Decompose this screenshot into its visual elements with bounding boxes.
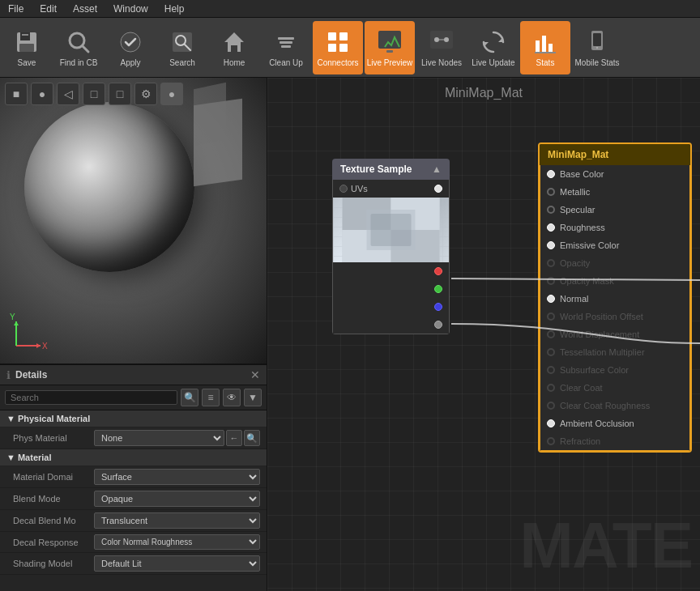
- menu-file[interactable]: File: [0, 2, 32, 16]
- decal-blend-mode-dropdown[interactable]: Translucent: [94, 512, 260, 529]
- viewport-icon-row: ■ ● ◁ □ □ ⚙ ●: [5, 83, 183, 105]
- toolbar-connectors-button[interactable]: Connectors: [313, 21, 363, 74]
- vp-icon-2[interactable]: ●: [31, 83, 53, 105]
- live-nodes-icon: [427, 28, 456, 57]
- toolbar-mobile-stats-button[interactable]: Mobile Stats: [572, 21, 622, 74]
- details-search-input[interactable]: [5, 390, 177, 405]
- search-list-button[interactable]: ≡: [202, 389, 220, 406]
- details-title: Details: [15, 369, 47, 381]
- viewport[interactable]: X Y ■ ● ◁ □ □ ⚙ ●: [0, 78, 267, 364]
- minimap-mat-node[interactable]: MiniMap_Mat Base Color Metallic Specular: [538, 142, 692, 453]
- material-domain-dropdown[interactable]: Surface: [94, 469, 260, 485]
- toolbar-live-nodes-button[interactable]: Live Nodes: [416, 21, 467, 74]
- emissive-color-row: Emissive Color: [540, 236, 689, 254]
- search-options-button[interactable]: ▼: [244, 389, 262, 406]
- svg-rect-31: [593, 33, 601, 46]
- menu-edit[interactable]: Edit: [32, 2, 65, 16]
- main-area: X Y ■ ● ◁ □ □ ⚙ ● ℹ: [0, 78, 700, 591]
- clean-up-icon: [271, 28, 301, 57]
- vp-icon-4[interactable]: □: [83, 83, 105, 105]
- find-in-cb-icon: [64, 28, 93, 57]
- toolbar-save-button[interactable]: Save: [2, 21, 52, 74]
- svg-rect-1: [20, 32, 30, 40]
- toolbar-search-button[interactable]: Search: [157, 21, 207, 74]
- clean-up-label: Clean Up: [269, 58, 303, 68]
- texture-sample-header: Texture Sample ▲: [332, 159, 450, 180]
- connectors-label: Connectors: [317, 58, 358, 68]
- toolbar-live-update-button[interactable]: Live Update: [468, 21, 519, 74]
- material-section-header[interactable]: ▼ Material: [0, 449, 267, 466]
- vp-icon-7[interactable]: ●: [160, 83, 183, 105]
- material-sphere-preview: [24, 102, 194, 272]
- blend-mode-dropdown[interactable]: Opaque: [94, 491, 260, 507]
- decal-response-row: Decal Response Color Normal Roughness: [0, 532, 267, 553]
- toolbar-apply-button[interactable]: Apply: [105, 21, 156, 74]
- shading-model-dropdown[interactable]: Default Lit: [94, 555, 260, 572]
- base-color-label: Base Color: [560, 169, 683, 179]
- uvs-pin: [339, 185, 348, 193]
- cube-bg-2: [194, 83, 226, 147]
- physical-material-section-header[interactable]: ▼ Physical Material: [0, 410, 267, 427]
- a-pin-row: [333, 316, 449, 334]
- phys-material-search-btn[interactable]: 🔍: [244, 430, 260, 446]
- toolbar-clean-up-button[interactable]: Clean Up: [261, 21, 311, 74]
- roughness-row: Roughness: [540, 219, 689, 236]
- opacity-pin: [547, 259, 555, 267]
- g-out-pin: [434, 285, 442, 293]
- svg-rect-11: [278, 37, 294, 40]
- texture-sample-node[interactable]: Texture Sample ▲ UVs: [332, 159, 450, 334]
- refraction-row: Refraction: [540, 432, 689, 450]
- b-out-pin: [434, 303, 442, 311]
- svg-rect-28: [548, 44, 553, 52]
- menu-window[interactable]: Window: [105, 2, 156, 16]
- toolbar-find-in-cb-button[interactable]: Find in CB: [53, 21, 104, 74]
- phys-material-row: Phys Material None ← 🔍: [0, 427, 267, 449]
- search-eye-button[interactable]: 👁: [223, 389, 241, 406]
- world-pos-offset-label: World Position Offset: [560, 312, 683, 321]
- texture-sample-title: Texture Sample: [340, 164, 412, 175]
- svg-rect-29: [535, 52, 556, 53]
- decal-blend-mode-value: Translucent: [94, 512, 260, 529]
- vp-icon-1[interactable]: ■: [5, 83, 28, 105]
- base-color-row: Base Color: [540, 165, 689, 183]
- details-panel: ℹ Details ✕ 🔍 ≡ 👁 ▼ ▼ Physical Material …: [0, 364, 267, 591]
- tessellation-label: Tessellation Multiplier: [560, 347, 683, 357]
- phys-material-arrow-btn[interactable]: ←: [226, 430, 242, 446]
- svg-rect-16: [328, 44, 336, 52]
- world-disp-label: World Displacement: [560, 330, 683, 339]
- node-editor-title: MiniMap_Mat: [445, 86, 523, 100]
- texture-sample-expand-icon[interactable]: ▲: [432, 164, 442, 175]
- toolbar-live-preview-button[interactable]: Live Preview: [365, 21, 415, 74]
- world-pos-offset-row: World Position Offset: [540, 308, 689, 325]
- clear-coat-pin: [547, 384, 555, 392]
- roughness-label: Roughness: [560, 223, 683, 232]
- vp-icon-6[interactable]: ⚙: [134, 83, 157, 105]
- phys-material-dropdown[interactable]: None: [94, 430, 224, 446]
- search-magnify-button[interactable]: 🔍: [181, 389, 198, 406]
- node-editor[interactable]: MiniMap_Mat Texture Sample ▲ UVs: [267, 78, 700, 591]
- toolbar-home-button[interactable]: Home: [209, 21, 259, 74]
- svg-rect-27: [542, 36, 546, 52]
- left-panel: X Y ■ ● ◁ □ □ ⚙ ● ℹ: [0, 78, 267, 591]
- menu-help[interactable]: Help: [156, 2, 193, 16]
- subsurface-color-row: Subsurface Color: [540, 361, 689, 379]
- material-domain-row: Material Domai Surface: [0, 466, 267, 488]
- normal-pin: [547, 295, 555, 303]
- minimap-mat-header: MiniMap_Mat: [540, 144, 690, 165]
- svg-point-6: [121, 32, 140, 52]
- connectors-icon: [323, 28, 352, 57]
- minimap-mat-title: MiniMap_Mat: [548, 149, 608, 160]
- vp-icon-5[interactable]: □: [109, 83, 131, 105]
- toolbar-stats-button[interactable]: Stats: [520, 21, 570, 74]
- metallic-row: Metallic: [540, 183, 689, 201]
- b-pin-row: [333, 298, 449, 316]
- details-close-button[interactable]: ✕: [250, 368, 260, 381]
- texture-sample-uvs-row: UVs: [333, 180, 449, 198]
- decal-response-dropdown[interactable]: Color Normal Roughness: [94, 534, 260, 550]
- vp-icon-3[interactable]: ◁: [57, 83, 79, 105]
- svg-rect-3: [19, 44, 34, 52]
- opacity-mask-pin: [547, 277, 555, 285]
- clear-coat-roughness-pin: [547, 402, 555, 410]
- menu-asset[interactable]: Asset: [65, 2, 105, 16]
- viewport-canvas: X Y: [0, 78, 267, 364]
